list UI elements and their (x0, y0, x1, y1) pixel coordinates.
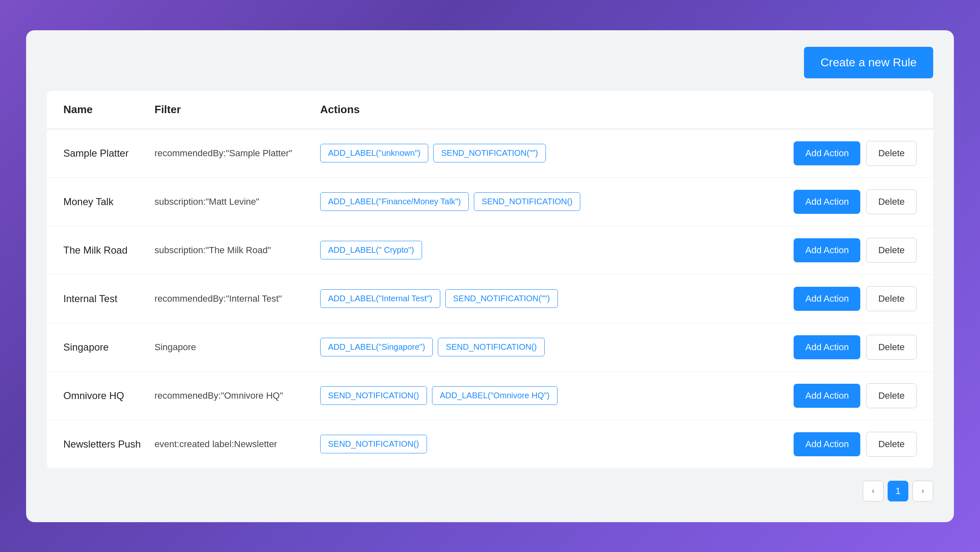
col-header-name: Name (63, 103, 154, 116)
row-name: Newsletters Push (63, 438, 154, 450)
action-badge: ADD_LABEL("Singapore") (320, 338, 433, 356)
col-header-actions: Actions (320, 103, 759, 116)
delete-button[interactable]: Delete (866, 432, 917, 457)
action-badge: ADD_LABEL("Omnivore HQ") (432, 386, 558, 405)
row-actions: ADD_LABEL("Finance/Money Talk")SEND_NOTI… (320, 192, 759, 211)
table-header: Name Filter Actions (47, 91, 933, 129)
table-row: Newsletters Pushevent:created label:News… (47, 420, 933, 468)
row-actions: ADD_LABEL("unknown")SEND_NOTIFICATION(""… (320, 144, 759, 162)
delete-button[interactable]: Delete (866, 141, 917, 166)
delete-button[interactable]: Delete (866, 383, 917, 408)
main-card: Create a new Rule Name Filter Actions Sa… (26, 30, 954, 522)
row-name: Singapore (63, 341, 154, 353)
row-name: Sample Platter (63, 148, 154, 159)
table-row: Money Talksubscription:"Matt Levine"ADD_… (47, 178, 933, 226)
pagination-page-1-button[interactable]: 1 (888, 481, 908, 501)
delete-button[interactable]: Delete (866, 286, 917, 311)
prev-arrow-icon: ‹ (872, 487, 874, 495)
row-name: Money Talk (63, 196, 154, 208)
row-buttons: Add ActionDelete (759, 189, 917, 214)
action-badge: ADD_LABEL("Finance/Money Talk") (320, 192, 469, 211)
action-badge: ADD_LABEL("Internal Test") (320, 289, 440, 308)
row-buttons: Add ActionDelete (759, 286, 917, 311)
table-body: Sample PlatterrecommendedBy:"Sample Plat… (47, 129, 933, 468)
page-number-label: 1 (896, 486, 900, 496)
action-badge: SEND_NOTIFICATION("") (433, 144, 546, 162)
row-actions: ADD_LABEL("Internal Test")SEND_NOTIFICAT… (320, 289, 759, 308)
pagination-prev-button[interactable]: ‹ (863, 481, 883, 501)
add-action-button[interactable]: Add Action (794, 335, 860, 359)
row-buttons: Add ActionDelete (759, 335, 917, 360)
add-action-button[interactable]: Add Action (794, 238, 860, 262)
action-badge: SEND_NOTIFICATION() (438, 338, 545, 356)
row-actions: SEND_NOTIFICATION()ADD_LABEL("Omnivore H… (320, 386, 759, 405)
row-actions: SEND_NOTIFICATION() (320, 435, 759, 453)
col-header-buttons (759, 103, 917, 116)
add-action-button[interactable]: Add Action (794, 287, 860, 311)
row-name: The Milk Road (63, 245, 154, 256)
row-filter: subscription:"Matt Levine" (154, 196, 320, 207)
action-badge: SEND_NOTIFICATION() (474, 192, 581, 211)
table-row: SingaporeSingaporeADD_LABEL("Singapore")… (47, 323, 933, 372)
row-filter: recommendedBy:"Internal Test" (154, 293, 320, 304)
row-name: Internal Test (63, 293, 154, 305)
create-rule-button[interactable]: Create a new Rule (804, 47, 933, 78)
pagination: ‹ 1 › (47, 481, 933, 501)
table-row: Omnivore HQrecommenedBy:"Omnivore HQ"SEN… (47, 372, 933, 420)
next-arrow-icon: › (922, 487, 924, 495)
row-buttons: Add ActionDelete (759, 238, 917, 263)
action-badge: SEND_NOTIFICATION() (320, 435, 427, 453)
add-action-button[interactable]: Add Action (794, 141, 860, 165)
row-filter: event:created label:Newsletter (154, 439, 320, 450)
action-badge: ADD_LABEL("unknown") (320, 144, 428, 162)
rules-table: Name Filter Actions Sample Platterrecomm… (47, 91, 933, 468)
row-buttons: Add ActionDelete (759, 383, 917, 408)
row-filter: subscription:"The Milk Road" (154, 245, 320, 256)
row-filter: recommenedBy:"Omnivore HQ" (154, 390, 320, 401)
delete-button[interactable]: Delete (866, 335, 917, 360)
row-buttons: Add ActionDelete (759, 432, 917, 457)
delete-button[interactable]: Delete (866, 238, 917, 263)
row-filter: Singapore (154, 342, 320, 353)
row-buttons: Add ActionDelete (759, 141, 917, 166)
action-badge: SEND_NOTIFICATION("") (445, 289, 558, 308)
add-action-button[interactable]: Add Action (794, 432, 860, 456)
row-actions: ADD_LABEL("Singapore")SEND_NOTIFICATION(… (320, 338, 759, 356)
delete-button[interactable]: Delete (866, 189, 917, 214)
action-badge: SEND_NOTIFICATION() (320, 386, 427, 405)
row-filter: recommendedBy:"Sample Platter" (154, 148, 320, 159)
header-row: Create a new Rule (47, 47, 933, 78)
col-header-filter: Filter (154, 103, 320, 116)
table-row: Sample PlatterrecommendedBy:"Sample Plat… (47, 129, 933, 178)
action-badge: ADD_LABEL(" Crypto") (320, 241, 422, 259)
table-row: The Milk Roadsubscription:"The Milk Road… (47, 226, 933, 275)
row-name: Omnivore HQ (63, 390, 154, 402)
pagination-next-button[interactable]: › (912, 481, 933, 501)
add-action-button[interactable]: Add Action (794, 190, 860, 214)
add-action-button[interactable]: Add Action (794, 384, 860, 408)
row-actions: ADD_LABEL(" Crypto") (320, 241, 759, 259)
table-row: Internal TestrecommendedBy:"Internal Tes… (47, 275, 933, 323)
